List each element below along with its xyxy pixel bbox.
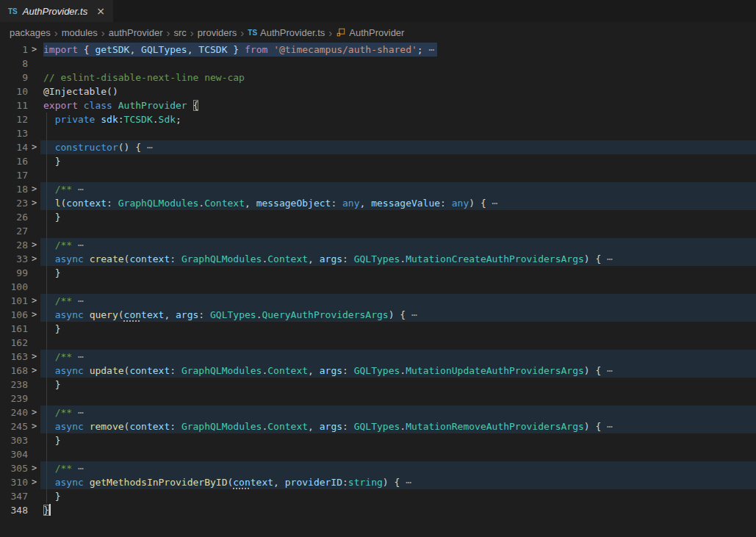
code-line[interactable]	[40, 168, 756, 182]
code-line[interactable]: }	[40, 503, 756, 517]
fold-chevron-right-icon[interactable]: >	[28, 406, 40, 419]
fold-chevron-right-icon[interactable]: >	[28, 461, 40, 475]
code-line[interactable]: }	[40, 266, 756, 280]
fold-chevron-right-icon[interactable]: >	[28, 43, 40, 57]
code-line[interactable]: /** ⋯	[40, 294, 756, 308]
fold-chevron-right-icon[interactable]: >	[28, 419, 40, 433]
code-token: args	[320, 253, 342, 264]
code-row: 168> async update(context: GraphQLModule…	[0, 364, 756, 378]
fold-gutter-empty	[28, 224, 40, 238]
fold-chevron-right-icon[interactable]: >	[28, 350, 40, 364]
tab-authprovider[interactable]: TS AuthProvider.ts ×	[0, 0, 113, 22]
code-line[interactable]: }	[40, 378, 756, 392]
code-line[interactable]: async getMethodsInProviderByID(context, …	[40, 475, 756, 489]
code-token	[43, 239, 55, 251]
code-token: update	[90, 365, 124, 376]
code-line[interactable]: async remove(context: GraphQLModules.Con…	[40, 419, 756, 433]
indent-guide	[46, 336, 47, 350]
breadcrumb-item-packages[interactable]: packages	[10, 27, 51, 38]
code-token: args	[176, 309, 198, 320]
code-line[interactable]: /** ⋯	[40, 406, 756, 419]
code-token: {	[78, 44, 95, 55]
fold-chevron-right-icon[interactable]: >	[28, 140, 40, 154]
breadcrumb-item-src[interactable]: src	[174, 27, 187, 38]
breadcrumb-item-authprovider[interactable]: AuthProvider	[336, 27, 404, 38]
code-line[interactable]	[40, 447, 756, 461]
fold-chevron-right-icon[interactable]: >	[28, 182, 40, 196]
breadcrumb-item-providers[interactable]: providers	[198, 27, 237, 38]
code-token: /**	[55, 295, 72, 306]
code-line[interactable]	[40, 392, 756, 406]
code-token: constructor	[55, 142, 118, 153]
code-line[interactable]: constructor() { ⋯	[40, 140, 756, 154]
fold-gutter-empty	[28, 154, 40, 168]
code-line[interactable]	[40, 126, 756, 140]
code-row: 8	[0, 57, 756, 71]
code-line[interactable]	[40, 336, 756, 350]
code-line[interactable]: }	[40, 489, 756, 503]
fold-chevron-right-icon[interactable]: >	[28, 196, 40, 210]
code-line[interactable]: /** ⋯	[40, 350, 756, 364]
line-number: 17	[0, 168, 28, 182]
code-line[interactable]: async create(context: GraphQLModules.Con…	[40, 252, 756, 266]
fold-chevron-right-icon[interactable]: >	[28, 238, 40, 252]
close-icon[interactable]: ×	[96, 5, 105, 17]
code-line[interactable]: l(context: GraphQLModules.Context, messa…	[40, 196, 756, 210]
breadcrumb-item-authprovider-ts[interactable]: TSAuthProvider.ts	[248, 27, 325, 38]
fold-chevron-right-icon[interactable]: >	[28, 364, 40, 378]
fold-gutter-empty	[28, 84, 40, 98]
code-row: 16 }	[0, 154, 756, 168]
breadcrumb-item-modules[interactable]: modules	[62, 27, 98, 38]
code-line[interactable]: }	[40, 210, 756, 224]
code-row: 33> async create(context: GraphQLModules…	[0, 252, 756, 266]
code-token: context	[129, 365, 170, 376]
code-line[interactable]: }	[40, 322, 756, 336]
line-number: 303	[0, 433, 28, 447]
code-token: args	[320, 365, 342, 376]
code-line[interactable]: import { getSDK, GQLTypes, TCSDK } from …	[40, 43, 756, 57]
chevron-right-icon: ›	[237, 27, 248, 38]
fold-chevron-right-icon[interactable]: >	[28, 308, 40, 322]
code-line[interactable]: async update(context: GraphQLModules.Con…	[40, 364, 756, 378]
code-line[interactable]	[40, 224, 756, 238]
code-token: providerID	[285, 477, 342, 488]
code-line[interactable]: @Injectable()	[40, 84, 756, 98]
code-line[interactable]: }	[40, 433, 756, 447]
breadcrumb-item-authprovider[interactable]: authProvider	[109, 27, 163, 38]
code-token: ,	[360, 198, 372, 209]
indent-guide	[46, 447, 47, 461]
code-line[interactable]: }	[40, 154, 756, 168]
code-row: 310> async getMethodsInProviderByID(cont…	[0, 475, 756, 489]
code-token	[72, 463, 78, 474]
code-token: ) {	[383, 477, 406, 488]
code-row: 18> /** ⋯	[0, 182, 756, 196]
code-token: Context	[204, 198, 245, 209]
code-token: async	[55, 253, 84, 264]
code-line[interactable]	[40, 280, 756, 294]
code-row: 12 private sdk:TCSDK.Sdk;	[0, 112, 756, 126]
code-token: Context	[267, 421, 308, 432]
code-token: .	[400, 421, 406, 432]
line-number: 100	[0, 280, 28, 294]
code-line[interactable]: // eslint-disable-next-line new-cap	[40, 71, 756, 84]
editor-code-area[interactable]: 1>import { getSDK, GQLTypes, TCSDK } fro…	[0, 43, 756, 517]
code-line[interactable]: export class AuthProvider {	[40, 98, 756, 112]
code-line[interactable]: private sdk:TCSDK.Sdk;	[40, 112, 756, 126]
code-token: messageObject	[256, 198, 331, 209]
fold-chevron-right-icon[interactable]: >	[28, 252, 40, 266]
code-token	[72, 295, 78, 306]
code-line[interactable]: /** ⋯	[40, 182, 756, 196]
code-token: class	[84, 100, 112, 111]
code-token: :	[342, 365, 354, 376]
code-line[interactable]: async query(context, args: GQLTypes.Quer…	[40, 308, 756, 322]
fold-chevron-right-icon[interactable]: >	[28, 294, 40, 308]
fold-gutter-empty	[28, 433, 40, 447]
code-token	[43, 477, 55, 488]
code-line[interactable]: /** ⋯	[40, 238, 756, 252]
code-line[interactable]	[40, 57, 756, 71]
code-line[interactable]: /** ⋯	[40, 461, 756, 475]
indent-guide	[46, 140, 47, 154]
code-token	[84, 253, 90, 264]
fold-chevron-right-icon[interactable]: >	[28, 475, 40, 489]
code-token	[72, 184, 78, 195]
